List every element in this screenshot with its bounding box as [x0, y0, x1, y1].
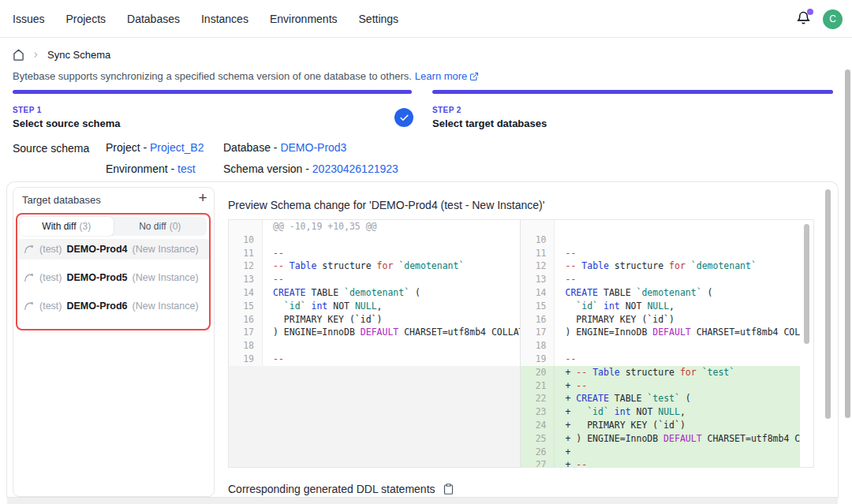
editor-scroll-gutter	[800, 220, 813, 467]
db-name: DEMO-Prod6	[66, 301, 127, 312]
nav-item-issues[interactable]: Issues	[13, 13, 44, 25]
code-content: + ) ENGINE=InnoDB DEFAULT CHARSET=utf8mb…	[555, 432, 800, 446]
diff-line: 16 PRIMARY KEY (`id`)	[521, 313, 800, 327]
diff-line: 18	[229, 339, 520, 353]
editor-scrollbar-thumb[interactable]	[804, 224, 809, 344]
line-number: 16	[229, 313, 263, 327]
step1-title: Select source schema	[13, 118, 121, 129]
source-schema-label: Source schema	[13, 141, 106, 175]
db-environment: (test)	[39, 301, 62, 312]
external-link-icon	[469, 72, 479, 81]
db-name: DEMO-Prod5	[66, 272, 127, 283]
mysql-icon	[24, 272, 35, 283]
diff-line: 19--	[229, 353, 520, 366]
code-content: + PRIMARY KEY (`id`)	[555, 419, 685, 432]
line-number: 19	[229, 353, 263, 366]
source-field-database: Database - DEMO-Prod3	[223, 141, 398, 154]
line-number: 17	[229, 326, 263, 339]
source-schema-fields: Project - Project_B2Database - DEMO-Prod…	[106, 141, 398, 175]
line-number: 25	[521, 432, 555, 446]
code-content: --	[263, 247, 284, 260]
line-number: 19	[521, 353, 555, 366]
code-content: PRIMARY KEY (`id`)	[555, 313, 674, 327]
line-number: 14	[229, 286, 263, 300]
notification-dot	[807, 9, 813, 15]
page-scrollbar-thumb[interactable]	[845, 69, 850, 418]
line-number: 21	[521, 379, 555, 393]
line-number: 16	[521, 313, 555, 327]
target-database-list: (test)DEMO-Prod4(New Instance)(test)DEMO…	[17, 239, 209, 324]
source-field-value-link[interactable]: test	[178, 162, 196, 175]
ddl-section-header: Corresponding generated DDL statements	[228, 483, 454, 495]
line-number: 26	[521, 446, 555, 459]
line-number: 22	[521, 392, 555, 405]
line-number: 13	[229, 273, 263, 286]
diff-pane-original: @@ -10,19 +10,35 @@1011--12-- Table stru…	[229, 220, 520, 467]
source-schema-section: Source schema Project - Project_B2Databa…	[13, 141, 398, 175]
diff-line: 19--	[521, 353, 800, 366]
source-field-value-link[interactable]: DEMO-Prod3	[280, 141, 346, 154]
top-navigation: IssuesProjectsDatabasesInstancesEnvironm…	[0, 0, 852, 38]
copy-ddl-button[interactable]	[443, 483, 454, 495]
source-field-value-link[interactable]: Project_B2	[150, 141, 204, 154]
diff-line: 18	[521, 339, 800, 353]
nav-item-instances[interactable]: Instances	[201, 13, 248, 25]
line-number: 12	[229, 259, 263, 273]
chevron-right-icon	[32, 50, 40, 59]
nav-item-projects[interactable]: Projects	[65, 13, 106, 25]
step1-label: STEP 1	[13, 106, 121, 114]
line-number: 12	[521, 259, 555, 273]
diff-pane-modified: 1011--12-- Table structure for `demotena…	[520, 220, 800, 467]
tab-with-diff[interactable]: With diff(3)	[20, 217, 114, 236]
tab-no-diff[interactable]: No diff(0)	[114, 217, 207, 236]
code-content: @@ -10,19 +10,35 @@	[263, 220, 377, 233]
diff-line: 15 `id` int NOT NULL,	[229, 300, 520, 313]
diff-line: 17) ENGINE=InnoDB DEFAULT CHARSET=utf8mb…	[229, 326, 520, 339]
diff-empty-region	[229, 366, 520, 467]
diff-line: 15 `id` int NOT NULL,	[521, 300, 800, 313]
schema-diff-editor[interactable]: @@ -10,19 +10,35 @@1011--12-- Table stru…	[228, 219, 814, 468]
db-environment: (test)	[39, 244, 62, 255]
code-content: `id` int NOT NULL,	[263, 300, 383, 313]
ddl-title: Corresponding generated DDL statements	[228, 483, 435, 495]
line-number: 11	[229, 247, 263, 260]
line-number: 23	[521, 405, 555, 419]
line-number: 27	[521, 458, 555, 467]
source-field-value-link[interactable]: 20230426121923	[312, 162, 398, 175]
code-content: CREATE TABLE `demotenant` (	[555, 286, 712, 300]
nav-right: C	[796, 0, 843, 38]
code-content	[263, 339, 273, 353]
code-content: -- Table structure for `demotenant`	[555, 259, 756, 273]
avatar[interactable]: C	[823, 9, 843, 29]
nav-item-settings[interactable]: Settings	[359, 13, 399, 25]
step2-title: Select target databases	[432, 118, 547, 129]
nav-item-databases[interactable]: Databases	[127, 13, 180, 25]
add-target-database-button[interactable]: +	[194, 190, 211, 207]
line-number: 15	[229, 300, 263, 313]
line-number: 18	[229, 339, 263, 353]
nav-item-environments[interactable]: Environments	[270, 13, 338, 25]
card-scrollbar-thumb[interactable]	[825, 189, 831, 419]
step2-progress-bar	[432, 90, 833, 94]
home-icon[interactable]	[13, 49, 24, 61]
preview-title: Preview Schema change for 'DEMO-Prod4 (t…	[228, 199, 544, 211]
mysql-icon	[24, 244, 35, 255]
target-db-item-demo-prod6[interactable]: (test)DEMO-Prod6(New Instance)	[17, 296, 209, 316]
diff-line	[521, 220, 800, 233]
notification-bell-button[interactable]	[796, 11, 812, 27]
diff-line: 22+ CREATE TABLE `test` (	[521, 392, 800, 405]
code-content: + -- Table structure for `test`	[555, 366, 734, 379]
intro-description: Bytebase supports synchronizing a specif…	[13, 70, 412, 82]
diff-line: 14CREATE TABLE `demotenant` (	[229, 286, 520, 300]
diff-line: 27+ --	[521, 458, 800, 467]
code-content: --	[555, 273, 576, 286]
code-content: --	[263, 273, 284, 286]
db-instance-suffix: (New Instance)	[133, 244, 199, 255]
code-content: --	[555, 247, 576, 260]
code-content	[555, 233, 565, 247]
target-db-item-demo-prod5[interactable]: (test)DEMO-Prod5(New Instance)	[17, 267, 209, 288]
learn-more-link[interactable]: Learn more	[415, 70, 479, 82]
code-content: + CREATE TABLE `test` (	[555, 392, 690, 405]
target-db-item-demo-prod4[interactable]: (test)DEMO-Prod4(New Instance)	[17, 239, 209, 259]
source-field-schema-version: Schema version - 20230426121923	[223, 162, 398, 175]
